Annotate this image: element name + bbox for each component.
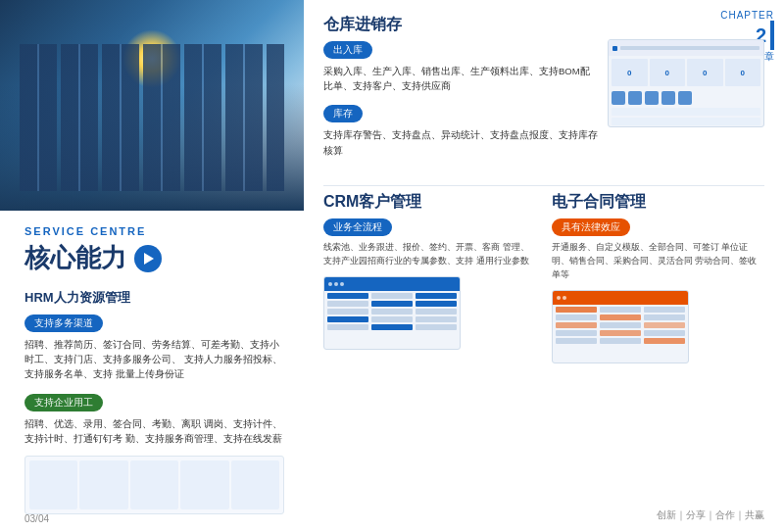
contract-thumb bbox=[552, 290, 689, 363]
thumb-line bbox=[620, 46, 760, 50]
warehouse-section: 仓库进销存 出入库 采购入库、生产入库、销售出库、生产领料出库、支持BOM配比单… bbox=[323, 15, 764, 175]
right-panel: CHAPTER 2 第2章 仓库进销存 出入库 采购入库、生产入库、销售出库、生… bbox=[304, 0, 784, 532]
contract-thumb-inner bbox=[553, 291, 688, 363]
thumb-icon-1 bbox=[612, 91, 625, 105]
thumb-body: 0 0 0 0 bbox=[609, 56, 763, 89]
thumb-stat-3: 0 bbox=[687, 59, 723, 86]
warehouse-title: 仓库进销存 bbox=[323, 15, 764, 35]
desc2: 招聘、优选、录用、签合同、考勤、离职 调岗、支持计件、支持计时、打通钉钉考 勤、… bbox=[24, 416, 284, 446]
thumb-row-1 bbox=[612, 108, 760, 116]
tag-enterprise: 支持企业用工 bbox=[24, 394, 103, 411]
core-ability-text: 核心能力 bbox=[24, 241, 126, 275]
contract-rt-body bbox=[553, 305, 688, 363]
thumb-stat-1: 0 bbox=[612, 59, 648, 86]
left-content: SERVICE CENTRE 核心能力 HRM人力资源管理 支持多务渠道 招聘、… bbox=[0, 211, 304, 532]
crm-thumb bbox=[323, 276, 461, 350]
desc1: 招聘、推荐简历、签订合同、劳务结算、可差考勤、支持小时工、支持门店、支持多服务公… bbox=[24, 337, 284, 382]
contract-rt-header bbox=[553, 291, 688, 305]
in-out-desc: 采购入库、生产入库、销售出库、生产领料出库、支持BOM配比单、支持客户、支持供应… bbox=[323, 64, 598, 93]
crm-thumb-inner bbox=[324, 277, 460, 349]
divider-1 bbox=[323, 185, 764, 186]
left-panel: SERVICE CENTRE 核心能力 HRM人力资源管理 支持多务渠道 招聘、… bbox=[0, 0, 304, 532]
core-ability-row: 核心能力 bbox=[24, 241, 284, 275]
chapter-bar bbox=[770, 21, 774, 50]
dash-card-5 bbox=[231, 460, 279, 509]
contract-desc: 开通服务、自定义模版、全部合同、可签订 单位证明、销售合同、采购合同、灵活合同 … bbox=[552, 241, 765, 282]
building-image bbox=[0, 0, 304, 211]
play-button[interactable] bbox=[134, 245, 162, 272]
thumb-icons bbox=[609, 89, 763, 107]
rt-header bbox=[324, 277, 460, 291]
service-centre-label: SERVICE CENTRE bbox=[24, 225, 284, 237]
thumb-stat-2: 0 bbox=[650, 59, 686, 86]
footer-text: 创新｜分享｜合作｜共赢 bbox=[657, 508, 764, 522]
sun-glow bbox=[122, 29, 181, 88]
dash-card-2 bbox=[79, 460, 127, 509]
contract-title: 电子合同管理 bbox=[552, 192, 765, 213]
crm-title: CRM客户管理 bbox=[323, 192, 537, 213]
thumb-icon-3 bbox=[645, 91, 659, 105]
contract-section: 电子合同管理 具有法律效应 开通服务、自定义模版、全部合同、可签订 单位证明、销… bbox=[552, 192, 765, 505]
tag-support-channels: 支持多务渠道 bbox=[24, 314, 103, 332]
thumb-icon-2 bbox=[628, 91, 642, 105]
hrm-title: HRM人力资源管理 bbox=[24, 289, 284, 307]
rt-body bbox=[324, 291, 460, 349]
page-footer-right: 创新｜分享｜合作｜共赢 bbox=[323, 508, 764, 522]
warehouse-text: 出入库 采购入库、生产入库、销售出库、生产领料出库、支持BOM配比单、支持客户、… bbox=[323, 39, 598, 168]
contract-tag: 具有法律效应 bbox=[552, 218, 630, 236]
page-number-left: 03/04 bbox=[24, 513, 49, 524]
crm-desc: 线索池、业务跟进、报价、签约、开票、客商 管理、支持产业园招商行业的专属参数、支… bbox=[323, 241, 537, 268]
bottom-two-col: CRM客户管理 业务全流程 线索池、业务跟进、报价、签约、开票、客商 管理、支持… bbox=[323, 192, 764, 505]
thumb-stat-4: 0 bbox=[725, 59, 761, 86]
thumb-row-2 bbox=[612, 118, 760, 125]
thumb-icon-4 bbox=[662, 91, 675, 105]
thumb-header bbox=[609, 40, 763, 56]
store-tag: 库存 bbox=[323, 105, 363, 122]
dash-card-3 bbox=[130, 460, 178, 509]
crm-tag: 业务全流程 bbox=[323, 218, 392, 236]
crm-section: CRM客户管理 业务全流程 线索池、业务跟进、报价、签约、开票、客商 管理、支持… bbox=[323, 192, 537, 505]
warehouse-body: 出入库 采购入库、生产入库、销售出库、生产领料出库、支持BOM配比单、支持客户、… bbox=[323, 39, 764, 168]
dash-card-1 bbox=[29, 460, 77, 509]
dash-card-4 bbox=[180, 460, 228, 509]
warehouse-thumb: 0 0 0 0 bbox=[608, 39, 764, 127]
thumb-icon-5 bbox=[678, 91, 692, 105]
thumb-dot-1 bbox=[612, 46, 617, 51]
in-out-tag: 出入库 bbox=[323, 41, 372, 59]
hrm-dashboard-thumb bbox=[24, 456, 284, 514]
store-desc: 支持库存警告、支持盘点、异动统计、支持盘点报度、支持库存核算 bbox=[323, 127, 598, 157]
